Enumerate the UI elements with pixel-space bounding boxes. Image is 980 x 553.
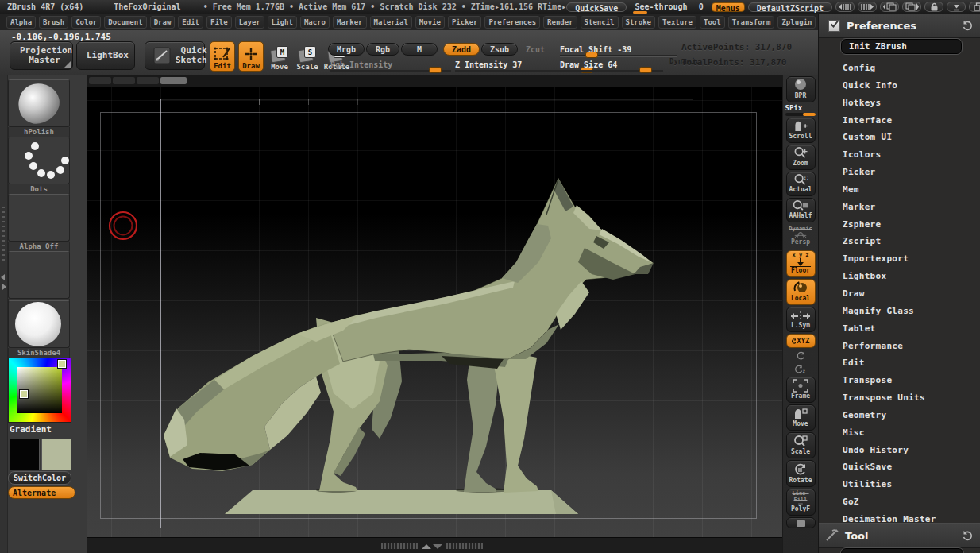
minimize-button[interactable] bbox=[947, 2, 966, 12]
menu-transform[interactable]: Transform bbox=[728, 16, 775, 29]
persp-button[interactable]: Dynamic Persp bbox=[786, 224, 816, 249]
left-tray-divider[interactable] bbox=[0, 75, 8, 553]
shelf-scale-button[interactable]: Scale bbox=[786, 432, 816, 458]
local-button[interactable]: Local bbox=[786, 279, 816, 305]
current-stroke-tile[interactable]: Dots bbox=[8, 137, 70, 195]
viewport[interactable] bbox=[87, 87, 782, 538]
scrollbar-thumb[interactable] bbox=[160, 77, 187, 84]
move-button[interactable]: M Move bbox=[267, 41, 292, 72]
menu-color[interactable]: Color bbox=[71, 16, 101, 29]
menu-tool[interactable]: Tool bbox=[700, 16, 725, 29]
rotate-y-button[interactable] bbox=[786, 350, 816, 362]
frame-button[interactable]: Frame bbox=[786, 377, 816, 403]
brush-thumbnail[interactable] bbox=[8, 79, 70, 127]
menu-material[interactable]: Material bbox=[370, 16, 412, 29]
menu-layer[interactable]: Layer bbox=[235, 16, 264, 29]
preferences-checkbox[interactable] bbox=[828, 20, 840, 32]
spix-slider[interactable]: SPix bbox=[785, 104, 816, 116]
scroll-button[interactable]: Scroll bbox=[786, 118, 816, 143]
pref-zsphere[interactable]: Zsphere bbox=[819, 219, 980, 230]
pref-mem[interactable]: Mem bbox=[819, 184, 980, 195]
m-button[interactable]: M bbox=[401, 43, 438, 56]
tool-restore-icon[interactable] bbox=[962, 530, 973, 541]
canvas-top-scrollbar[interactable] bbox=[87, 75, 782, 88]
alternate-button[interactable]: Alternate bbox=[8, 486, 75, 499]
menu-macro[interactable]: Macro bbox=[300, 16, 330, 29]
menu-document[interactable]: Document bbox=[104, 16, 146, 29]
document-canvas[interactable] bbox=[87, 75, 782, 553]
pref-edit[interactable]: Edit bbox=[819, 358, 980, 368]
zsub-button[interactable]: Zsub bbox=[481, 43, 518, 56]
focal-shift-slider[interactable]: Focal Shift -39 bbox=[560, 45, 677, 56]
secondary-color-swatch[interactable] bbox=[41, 439, 71, 470]
current-alpha-tile[interactable]: Alpha Off bbox=[8, 194, 70, 253]
switch-color-button[interactable]: SwitchColor bbox=[8, 471, 71, 485]
pref-lightbox[interactable]: Lightbox bbox=[819, 271, 980, 281]
bottom-scrollbar-left[interactable] bbox=[381, 543, 418, 549]
rgb-button[interactable]: Rgb bbox=[366, 43, 399, 56]
shelf-partial-button[interactable] bbox=[786, 517, 816, 528]
menus-button[interactable]: Menus bbox=[712, 2, 745, 12]
zoom-button[interactable]: Zoom bbox=[786, 145, 816, 170]
polyf-button[interactable]: Line-Fill PolyF bbox=[786, 489, 816, 516]
close-left-tray-button[interactable] bbox=[835, 2, 855, 12]
projection-master-button[interactable]: Projection Master bbox=[10, 41, 73, 70]
aahalf-button[interactable]: AAHalf bbox=[786, 198, 816, 222]
texture-thumbnail[interactable] bbox=[8, 251, 70, 299]
rgb-intensity-handle[interactable] bbox=[429, 67, 442, 73]
close-right-tray-button[interactable] bbox=[858, 2, 877, 12]
quicksave-button[interactable]: QuickSave bbox=[566, 2, 627, 12]
tray-expand-arrow-icon[interactable] bbox=[2, 284, 6, 290]
focal-shift-handle[interactable] bbox=[585, 52, 598, 58]
current-brush-tile[interactable]: hPolish bbox=[8, 79, 70, 138]
pref-transpose[interactable]: Transpose bbox=[819, 375, 980, 385]
pref-utilities[interactable]: Utilities bbox=[819, 479, 980, 489]
menu-stroke[interactable]: Stroke bbox=[622, 16, 656, 29]
bpr-button[interactable]: BPR bbox=[786, 76, 816, 102]
pref-icolors[interactable]: Icolors bbox=[819, 149, 980, 160]
menu-file[interactable]: File bbox=[206, 16, 232, 29]
xyz-button[interactable]: XYZ bbox=[786, 334, 816, 348]
zadd-button[interactable]: Zadd bbox=[443, 43, 480, 56]
preferences-header[interactable]: Preferences bbox=[819, 14, 980, 38]
draw-button[interactable]: Draw bbox=[238, 41, 264, 72]
menu-preferences[interactable]: Preferences bbox=[484, 16, 540, 29]
spix-handle[interactable] bbox=[803, 113, 816, 116]
actual-button[interactable]: :1 Actual bbox=[786, 172, 816, 196]
menu-texture[interactable]: Texture bbox=[658, 16, 696, 29]
menu-zplugin[interactable]: Zplugin bbox=[777, 16, 816, 29]
pref-transpose-units[interactable]: Transpose Units bbox=[819, 393, 980, 403]
pref-quicksave[interactable]: QuickSave bbox=[819, 462, 980, 472]
bottom-scrollbar-right[interactable] bbox=[446, 543, 483, 549]
scale-button[interactable]: S Scale bbox=[295, 41, 320, 72]
lock-button[interactable] bbox=[924, 2, 943, 12]
pref-importexport[interactable]: Importexport bbox=[819, 253, 980, 264]
pref-geometry[interactable]: Geometry bbox=[819, 410, 980, 420]
stroke-thumbnail[interactable] bbox=[8, 137, 70, 184]
tool-header[interactable]: Tool bbox=[819, 523, 980, 548]
divider-left-button[interactable] bbox=[880, 2, 899, 12]
pref-picker[interactable]: Picker bbox=[819, 167, 980, 177]
draw-size-handle[interactable] bbox=[639, 67, 652, 73]
menu-marker[interactable]: Marker bbox=[333, 16, 367, 29]
color-picker[interactable] bbox=[8, 358, 71, 423]
restore-config-icon[interactable] bbox=[962, 20, 973, 31]
zcut-button[interactable]: Zcut bbox=[519, 43, 551, 56]
floor-button[interactable]: x y z Floor bbox=[786, 250, 816, 277]
alpha-thumbnail[interactable] bbox=[8, 194, 70, 242]
shelf-rotate-button[interactable]: Rotate bbox=[786, 460, 816, 487]
pref-misc[interactable]: Misc bbox=[819, 427, 980, 438]
menu-picker[interactable]: Picker bbox=[448, 16, 482, 29]
divider-right-button[interactable] bbox=[902, 2, 921, 12]
see-through-slider[interactable]: See-through 0 bbox=[630, 2, 708, 11]
menu-render[interactable]: Render bbox=[543, 16, 577, 29]
saturation-handle[interactable] bbox=[20, 390, 28, 398]
menu-brush[interactable]: Brush bbox=[39, 16, 68, 29]
hue-handle[interactable] bbox=[58, 360, 66, 368]
pref-magnify-glass[interactable]: Magnify Glass bbox=[819, 306, 980, 316]
scroll-down-icon[interactable] bbox=[433, 544, 442, 549]
scroll-up-icon[interactable] bbox=[422, 544, 431, 549]
material-thumbnail[interactable] bbox=[8, 300, 70, 348]
rgb-intensity-slider[interactable]: Rgb Intensity bbox=[330, 60, 451, 72]
pedestal[interactable] bbox=[225, 490, 578, 514]
